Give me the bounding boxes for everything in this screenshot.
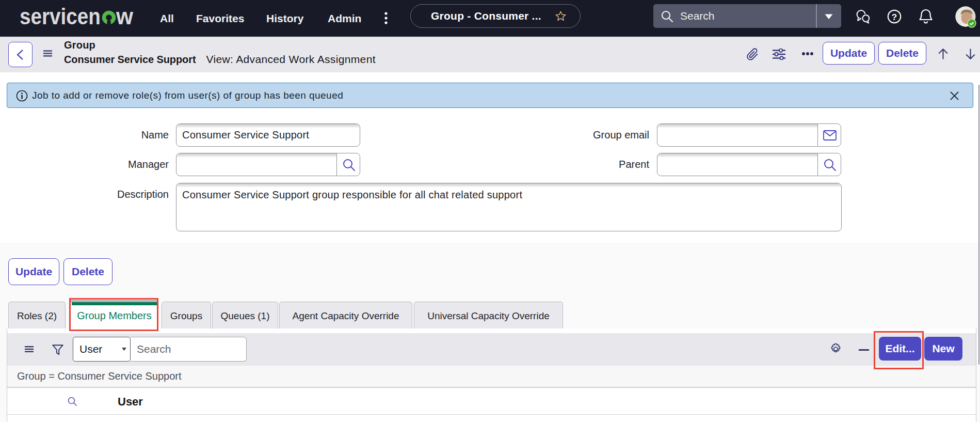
svg-text:?: ? [892,12,897,22]
svg-text:servicen: servicen [20,4,101,29]
svg-text:w: w [116,4,134,29]
